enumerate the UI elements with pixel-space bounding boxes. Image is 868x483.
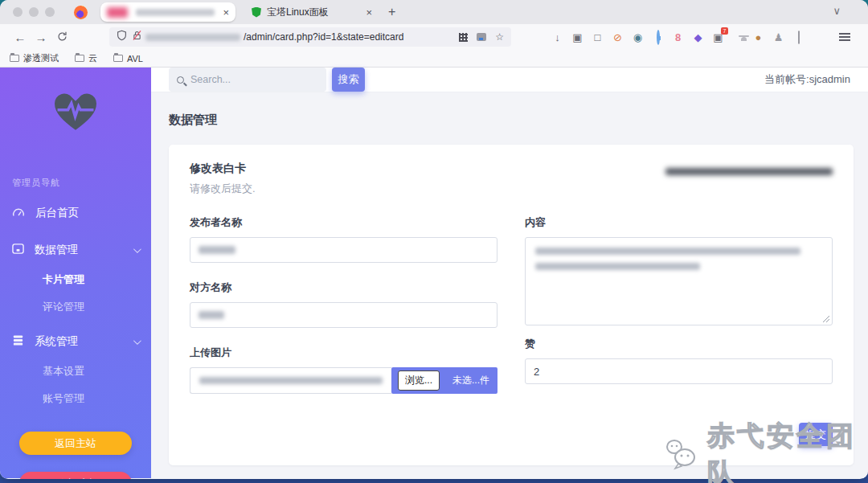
main-area: 搜索 当前帐号:sjcadmin 数据管理 修改表白卡 请修改后提交. 发布者名… xyxy=(151,68,868,478)
bookmark-label: 云 xyxy=(88,52,97,64)
sidebar-item-home[interactable]: 后台首页 xyxy=(0,197,151,229)
admin-sidebar: 管理员导航 后台首页 数据管理 卡片管理 评论管理 系统管理 xyxy=(0,68,151,478)
folder-icon xyxy=(113,55,123,62)
upload-label: 上传图片 xyxy=(190,346,497,360)
qr-code-icon[interactable] xyxy=(459,33,468,42)
close-tab-icon[interactable]: × xyxy=(366,7,372,18)
minimize-window-button[interactable] xyxy=(29,7,39,17)
sidebar-group-system[interactable]: 系统管理 xyxy=(0,325,151,358)
close-window-button[interactable] xyxy=(13,7,23,17)
search-button[interactable]: 搜索 xyxy=(332,68,365,92)
resize-handle[interactable] xyxy=(821,314,829,322)
sidebar-group-label: 数据管理 xyxy=(35,243,78,257)
new-tab-button[interactable]: + xyxy=(388,5,395,19)
crop-icon[interactable]: □ xyxy=(592,31,604,43)
monitor-icon xyxy=(12,243,24,257)
list-tabs-chevron-icon[interactable]: ∨ xyxy=(833,5,841,17)
shield-icon[interactable] xyxy=(117,30,127,44)
file-path-redacted xyxy=(199,377,383,384)
file-input[interactable]: 浏览... 未选...件 xyxy=(190,367,497,394)
file-path-field[interactable] xyxy=(190,367,391,394)
adblock-icon[interactable]: ⊘ xyxy=(612,31,624,43)
partner-input[interactable] xyxy=(190,302,497,328)
tab-baota[interactable]: 宝塔Linux面板 × xyxy=(247,6,377,19)
file-button-area: 浏览... 未选...件 xyxy=(391,367,497,394)
container-icon[interactable] xyxy=(477,33,486,41)
stack-icon xyxy=(12,334,24,349)
content-label: 内容 xyxy=(525,215,833,230)
content-line-redacted xyxy=(535,263,700,270)
search-input[interactable] xyxy=(190,74,303,85)
sidebar-item-card-mgmt[interactable]: 卡片管理 xyxy=(0,266,151,293)
screenshot-icon[interactable]: ▣ xyxy=(571,31,583,43)
bookmark-star-icon[interactable]: ☆ xyxy=(495,31,504,43)
publisher-label: 发布者名称 xyxy=(190,215,497,230)
sidebar-item-comment-mgmt[interactable]: 评论管理 xyxy=(0,293,151,321)
content-textarea[interactable] xyxy=(525,237,833,325)
tab-bar: × 宝塔Linux面板 × + ∨ xyxy=(0,0,868,24)
insecure-lock-icon[interactable] xyxy=(132,30,142,44)
traffic-lights[interactable] xyxy=(13,7,55,17)
sidebar-group-data[interactable]: 数据管理 xyxy=(0,234,151,266)
reload-button[interactable] xyxy=(51,31,72,44)
gauge-icon xyxy=(12,207,25,219)
diamond-extension-icon[interactable]: ◆ xyxy=(692,31,704,43)
tab-active[interactable]: × xyxy=(100,2,235,22)
bookmark-label: 渗透测试 xyxy=(23,52,59,64)
baota-favicon xyxy=(252,7,261,18)
bookmark-label: AVL xyxy=(127,54,143,63)
cookie-extension-icon[interactable]: ● xyxy=(752,31,764,43)
edit-card-panel: 修改表白卡 请修改后提交. 发布者名称 对方名称 xyxy=(169,145,854,465)
tab-title: 宝塔Linux面板 xyxy=(267,6,329,19)
downloads-icon[interactable]: ↓ xyxy=(551,31,563,43)
forward-button[interactable]: → xyxy=(31,31,51,44)
publisher-input[interactable] xyxy=(190,237,497,263)
nav-caption: 管理员导航 xyxy=(12,177,151,189)
url-path-text: /admin/card.php?id=1&state=editcard xyxy=(244,31,403,43)
bookmark-folder-pentest[interactable]: 渗透测试 xyxy=(10,52,59,64)
rings-extension-icon[interactable]: 8 xyxy=(672,31,684,43)
tab-title-redacted xyxy=(136,9,215,16)
badged-extension-icon[interactable]: ▣7 xyxy=(712,31,724,43)
submit-button[interactable]: 提交 xyxy=(799,423,833,446)
current-account-text: 当前帐号:sjcadmin xyxy=(764,72,850,87)
tab-favicon-redacted xyxy=(107,7,128,18)
page-extension-icon[interactable] xyxy=(792,31,805,43)
browser-window: × 宝塔Linux面板 × + ∨ ← → /admin/card.php?id… xyxy=(0,0,868,479)
close-tab-icon[interactable]: × xyxy=(223,7,229,18)
chevron-down-icon xyxy=(133,245,141,253)
sidebar-item-account-mgmt[interactable]: 账号管理 xyxy=(0,385,151,412)
back-to-site-button[interactable]: 返回主站 xyxy=(19,432,132,455)
page-title: 数据管理 xyxy=(169,113,868,128)
bookmark-folder-cloud[interactable]: 云 xyxy=(75,52,97,64)
url-host-redacted xyxy=(145,34,240,41)
logout-button[interactable]: 登出后台 xyxy=(19,472,132,479)
sidebar-item-basic-settings[interactable]: 基本设置 xyxy=(0,358,151,385)
likes-input[interactable] xyxy=(525,358,833,384)
partner-label: 对方名称 xyxy=(190,280,497,295)
heartbeat-logo-icon xyxy=(0,90,151,132)
content-line-redacted xyxy=(535,248,800,255)
browser-toolbar: ← → /admin/card.php?id=1&state=editcard … xyxy=(0,24,868,50)
extension-toolbar: ↓ ▣ □ ⊘ ◉ 8 ◆ ▣7 ● ♟ xyxy=(551,31,805,43)
globe-extension-icon[interactable]: ◉ xyxy=(632,31,644,43)
sidebar-item-label: 后台首页 xyxy=(35,206,79,220)
top-bar: 搜索 当前帐号:sjcadmin xyxy=(151,68,868,92)
bookmark-folder-avl[interactable]: AVL xyxy=(113,54,143,63)
browse-button[interactable]: 浏览... xyxy=(398,370,440,391)
menu-hamburger-icon[interactable] xyxy=(839,33,850,41)
sidebar-group-label: 系统管理 xyxy=(35,334,78,349)
form-right-column: 内容 赞 xyxy=(525,215,833,394)
card-subtitle: 请修改后提交. xyxy=(190,182,256,196)
form-left-column: 发布者名称 对方名称 上传图片 xyxy=(190,215,497,394)
file-status-text: 未选...件 xyxy=(452,374,489,387)
back-button[interactable]: ← xyxy=(10,31,31,44)
search-box[interactable] xyxy=(169,68,326,92)
folder-icon xyxy=(75,55,84,62)
url-bar[interactable]: /admin/card.php?id=1&state=editcard ☆ xyxy=(109,27,511,47)
zoom-window-button[interactable] xyxy=(45,7,55,17)
bookmarks-bar: 渗透测试 云 AVL xyxy=(0,50,868,68)
partner-value-redacted xyxy=(199,311,224,319)
account-extension-icon[interactable]: ♟ xyxy=(772,31,784,43)
pin-extension-icon[interactable] xyxy=(652,31,664,43)
